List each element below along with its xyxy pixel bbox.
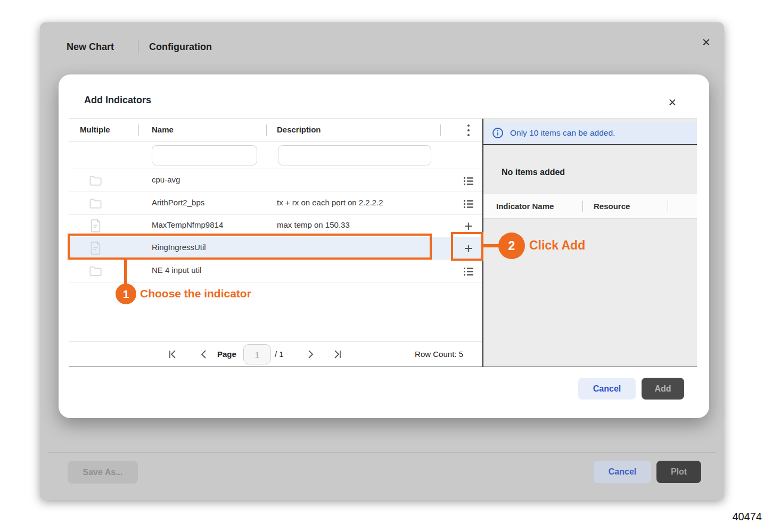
tab-configuration[interactable]: Configuration — [149, 41, 212, 53]
file-icon — [88, 219, 103, 233]
info-icon — [492, 127, 504, 139]
expand-list-icon[interactable] — [461, 173, 476, 188]
pagination-bar: Page / 1 Row Count: 5 — [69, 341, 482, 367]
folder-icon — [88, 173, 103, 188]
annotation-plus-highlight-box — [451, 232, 483, 261]
annotation-connector-line — [124, 260, 127, 285]
column-divider — [138, 124, 139, 136]
step-1-badge: 1 — [116, 284, 136, 304]
indicator-description: tx + rx on each port on 2.2.2.2 — [277, 198, 383, 207]
tab-divider — [138, 39, 138, 54]
previous-page-icon[interactable] — [198, 348, 210, 360]
column-header-name[interactable]: Name — [152, 125, 174, 134]
page-number-input[interactable] — [243, 344, 271, 364]
step-2-badge: 2 — [498, 232, 525, 259]
expand-list-icon[interactable] — [461, 264, 476, 279]
plot-button[interactable]: Plot — [656, 461, 701, 483]
modal-add-button[interactable]: Add — [642, 378, 684, 400]
column-header-description[interactable]: Description — [277, 125, 321, 134]
column-divider — [668, 201, 668, 212]
figure-number: 40474 — [732, 511, 762, 523]
indicator-name: ArithPort2_bps — [152, 198, 204, 207]
empty-state-message: No items added — [502, 168, 565, 177]
selected-items-header: Indicator Name Resource — [483, 194, 697, 219]
filter-row — [69, 142, 482, 169]
step-2-label: Click Add — [529, 238, 585, 253]
first-page-icon[interactable] — [167, 348, 179, 360]
table-options-kebab-icon[interactable] — [464, 124, 473, 136]
save-as-button[interactable]: Save As... — [68, 461, 138, 484]
footer-divider — [47, 452, 717, 453]
modal-title: Add Indicators — [84, 95, 151, 106]
table-header: Multiple Name Description — [69, 119, 482, 142]
column-header-resource: Resource — [594, 202, 630, 211]
close-icon[interactable]: × — [668, 96, 676, 109]
dialog-cancel-button[interactable]: Cancel — [594, 461, 651, 483]
step-1-label: Choose the indicator — [140, 287, 251, 300]
column-divider — [582, 201, 583, 212]
info-banner: Only 10 items can be added. — [483, 122, 697, 145]
column-divider — [440, 124, 441, 136]
close-icon[interactable]: × — [702, 35, 710, 49]
name-filter-input[interactable] — [152, 145, 257, 165]
page-total: / 1 — [275, 350, 284, 359]
table-row[interactable]: NE 4 input util — [69, 260, 482, 282]
last-page-icon[interactable] — [331, 348, 343, 360]
table-row[interactable]: cpu-avg — [69, 169, 482, 192]
column-divider — [266, 124, 267, 136]
indicator-name: cpu-avg — [152, 175, 180, 184]
description-filter-input[interactable] — [278, 145, 431, 165]
column-header-indicator-name: Indicator Name — [496, 202, 554, 211]
tab-new-chart[interactable]: New Chart — [67, 41, 114, 53]
column-header-multiple[interactable]: Multiple — [80, 125, 110, 134]
indicator-name: NE 4 input util — [152, 265, 201, 275]
page-label: Page — [217, 350, 236, 359]
table-row[interactable]: ArithPort2_bps tx + rx on each port on 2… — [69, 192, 482, 215]
row-count: Row Count: 5 — [415, 350, 463, 359]
annotation-row-highlight-box — [68, 234, 432, 260]
folder-icon — [88, 264, 103, 278]
modal-cancel-button[interactable]: Cancel — [578, 378, 636, 400]
indicator-name: MaxTempNfmp9814 — [152, 220, 223, 229]
indicator-description: max temp on 150.33 — [277, 220, 350, 229]
add-indicator-plus-icon[interactable]: + — [461, 219, 476, 234]
info-message: Only 10 items can be added. — [510, 128, 615, 138]
expand-list-icon[interactable] — [461, 196, 476, 211]
next-page-icon[interactable] — [305, 348, 316, 360]
folder-icon — [88, 196, 103, 211]
